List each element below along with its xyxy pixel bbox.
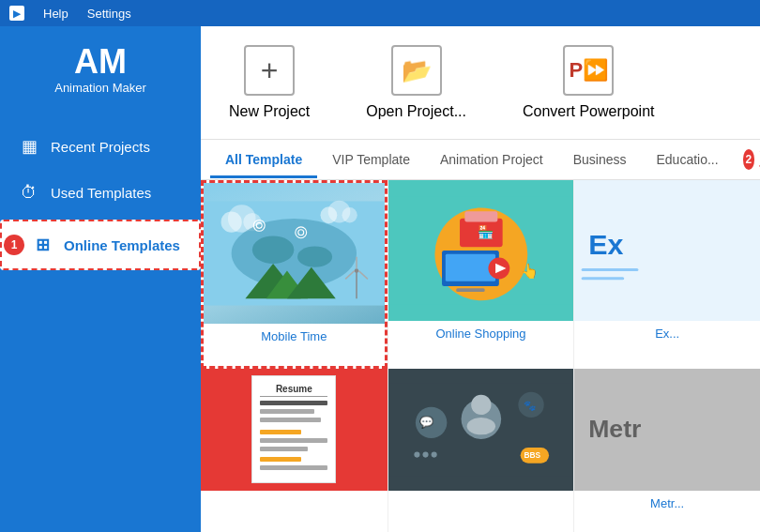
template-name-online-shopping: Online Shopping xyxy=(430,321,531,346)
svg-rect-35 xyxy=(582,268,639,271)
tab-education[interactable]: Educatio... xyxy=(642,141,734,178)
svg-point-49 xyxy=(422,451,428,457)
menu-help[interactable]: Help xyxy=(43,7,68,21)
template-name-extra1: Ex... xyxy=(649,321,685,346)
menu-settings[interactable]: Settings xyxy=(87,7,131,21)
svg-rect-36 xyxy=(582,277,625,280)
svg-text:BBS: BBS xyxy=(524,450,540,460)
menu-bar: ▶ Help Settings xyxy=(0,0,760,26)
svg-point-8 xyxy=(252,236,294,264)
social-thumbnail: 💬 🐾 BBS xyxy=(388,369,574,491)
sidebar-item-used-templates[interactable]: ⏱ Used Templates xyxy=(0,170,201,216)
annotation-badge-2: 2 xyxy=(743,149,755,170)
content-area: + New Project 📂 Open Project... P⏩ Conve… xyxy=(201,26,760,532)
new-project-label: New Project xyxy=(229,103,310,120)
resume-thumbnail: Resume xyxy=(201,369,388,491)
convert-powerpoint-icon: P⏩ xyxy=(563,45,614,96)
template-card-mobile-time[interactable]: Mobile Time xyxy=(201,180,388,369)
tab-business[interactable]: Business xyxy=(558,141,642,178)
template-name-mobile-time: Mobile Time xyxy=(255,324,332,349)
new-project-icon: + xyxy=(244,45,295,96)
svg-text:💬: 💬 xyxy=(418,415,433,430)
svg-rect-28 xyxy=(445,254,494,281)
social-svg: 💬 🐾 BBS xyxy=(388,369,574,491)
online-shopping-svg: 🏪 👆 xyxy=(388,180,574,321)
new-project-button[interactable]: + New Project xyxy=(229,45,310,120)
used-templates-icon: ⏱ xyxy=(19,183,39,203)
template-grid: Mobile Time 🏪 xyxy=(201,180,760,532)
svg-point-48 xyxy=(414,451,419,457)
sidebar: AM Animation Maker ▦ Recent Projects ⏱ U… xyxy=(0,26,201,532)
sidebar-item-label-used: Used Templates xyxy=(51,185,151,201)
logo-subtitle: Animation Maker xyxy=(54,81,146,95)
svg-point-39 xyxy=(471,394,491,414)
svg-point-6 xyxy=(342,207,357,222)
extra1-thumbnail: Ex xyxy=(574,180,760,321)
template-card-extra2[interactable]: Metr Metr... xyxy=(573,369,760,533)
online-templates-icon: ⊞ xyxy=(32,235,53,255)
tab-bar: All Template VIP Template Animation Proj… xyxy=(201,140,760,180)
extra2-svg: Metr xyxy=(574,369,760,491)
open-project-icon: 📂 xyxy=(391,45,442,96)
convert-powerpoint-label: Convert Powerpoint xyxy=(523,103,655,120)
extra1-svg: Ex xyxy=(574,180,760,321)
open-project-label: Open Project... xyxy=(366,103,466,120)
svg-point-7 xyxy=(232,219,357,288)
svg-point-50 xyxy=(431,451,436,457)
template-card-resume[interactable]: Resume xyxy=(201,369,388,533)
app-logo-icon: ▶ xyxy=(9,6,24,21)
open-project-button[interactable]: 📂 Open Project... xyxy=(366,45,466,120)
tab-all-template[interactable]: All Template xyxy=(210,141,317,178)
svg-text:👆: 👆 xyxy=(520,262,538,280)
tab-vip-template[interactable]: VIP Template xyxy=(317,141,425,178)
sidebar-item-online-templates[interactable]: ⊞ Online Templates xyxy=(0,220,201,270)
svg-point-9 xyxy=(297,247,332,267)
convert-powerpoint-button[interactable]: P⏩ Convert Powerpoint xyxy=(523,45,655,120)
svg-point-14 xyxy=(355,268,358,272)
sidebar-item-recent-projects[interactable]: ▦ Recent Projects xyxy=(0,123,201,170)
svg-text:Ex: Ex xyxy=(589,228,624,260)
select-template-label: 2 Select a template xyxy=(743,140,760,179)
template-card-online-shopping[interactable]: 🏪 👆 Online Shopping xyxy=(388,180,574,369)
logo-text: AM xyxy=(74,45,127,79)
svg-rect-29 xyxy=(456,288,484,292)
recent-projects-icon: ▦ xyxy=(19,136,39,157)
template-name-extra2: Metr... xyxy=(645,491,690,516)
template-card-social[interactable]: 💬 🐾 BBS xyxy=(388,369,574,533)
sidebar-logo: AM Animation Maker xyxy=(54,45,146,95)
annotation-badge-1: 1 xyxy=(4,235,24,255)
svg-rect-25 xyxy=(464,211,497,221)
sidebar-nav: ▦ Recent Projects ⏱ Used Templates 1 ⊞ O… xyxy=(0,123,201,274)
online-shopping-thumbnail: 🏪 👆 xyxy=(388,180,574,321)
tab-animation-project[interactable]: Animation Project xyxy=(425,141,558,178)
mobile-time-svg xyxy=(204,183,385,324)
svg-text:🐾: 🐾 xyxy=(523,399,536,411)
sidebar-annotation-wrapper: 1 ⊞ Online Templates xyxy=(0,220,201,270)
svg-point-40 xyxy=(466,418,494,434)
mobile-time-thumbnail xyxy=(204,183,385,324)
template-card-extra1[interactable]: Ex Ex... xyxy=(573,180,760,369)
svg-text:🏪: 🏪 xyxy=(478,224,494,240)
extra2-thumbnail: Metr xyxy=(574,369,760,491)
sidebar-item-label-recent: Recent Projects xyxy=(51,139,150,155)
sidebar-item-label-online: Online Templates xyxy=(64,237,180,253)
action-bar: + New Project 📂 Open Project... P⏩ Conve… xyxy=(201,26,760,140)
svg-text:Metr: Metr xyxy=(589,414,642,442)
